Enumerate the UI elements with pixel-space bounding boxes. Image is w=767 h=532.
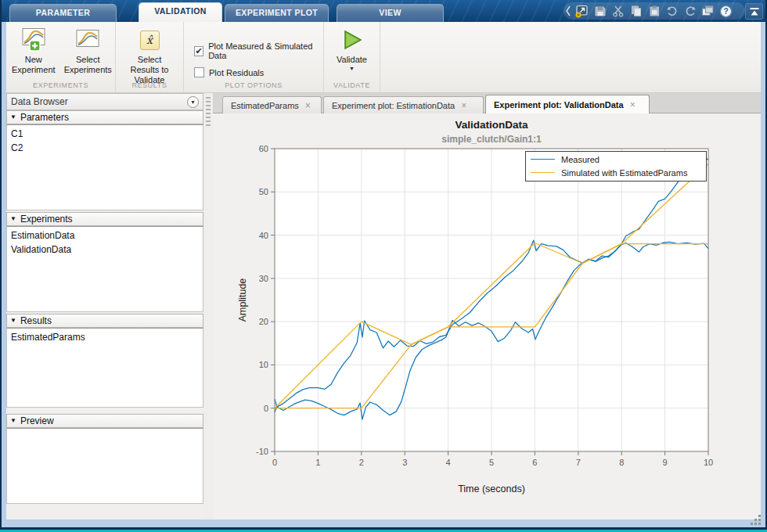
y-tick-label: 0	[264, 404, 268, 413]
legend-line-sample	[531, 159, 555, 160]
section-header-preview[interactable]: ▼Preview	[6, 414, 203, 428]
ribbon-toolbar: New ExperimentSelect ExperimentsEXPERIME…	[6, 22, 761, 93]
legend-label: Simulated with EstimatedParams	[561, 168, 687, 178]
list-item-estimationdata[interactable]: EstimationData	[7, 228, 203, 243]
checkbox-label: Plot Residuals	[209, 68, 264, 77]
checked-checkbox-icon[interactable]: ✔	[194, 46, 203, 56]
preview-list	[6, 428, 203, 504]
window-border-left	[0, 0, 2, 532]
document-tab-estimatedparams[interactable]: EstimatedParams×	[222, 96, 322, 113]
dropdown-caret-icon[interactable]: ▼	[349, 66, 355, 71]
section-label: Experiments	[20, 214, 73, 225]
undo-icon	[663, 3, 681, 19]
data-browser-header: Data Browser ▼	[6, 93, 203, 110]
unchecked-checkbox-icon[interactable]	[194, 67, 204, 77]
x-tick-label: 0	[272, 458, 277, 467]
panel-splitter[interactable]	[203, 93, 213, 519]
ribbon-tab-view[interactable]: VIEW	[337, 4, 444, 22]
chevron-left-icon[interactable]	[565, 5, 571, 17]
list-item-validationdata[interactable]: ValidationData	[7, 243, 203, 257]
toolbar-group-label: VALIDATE	[324, 81, 380, 92]
validate-button[interactable]: Validate▼	[324, 26, 380, 72]
plot-legend: MeasuredSimulated with EstimatedParams	[525, 151, 707, 182]
document-tab-experiment-plot-validationdata[interactable]: Experiment plot: ValidationData×	[485, 95, 650, 113]
y-tick-label: 40	[259, 231, 268, 240]
y-tick-label: 60	[259, 144, 268, 153]
toolbar-group-label: EXPERIMENTS	[6, 81, 115, 92]
section-label: Preview	[20, 415, 54, 426]
ribbon-tab-parameter-estimation[interactable]: PARAMETER ESTIMATION	[9, 4, 117, 22]
collapse-triangle-icon[interactable]: ▼	[10, 418, 16, 424]
window-resize-grip[interactable]	[750, 513, 762, 526]
redo-icon	[681, 3, 699, 19]
validate-icon	[340, 27, 364, 53]
ribbon-tab-experiment-plot[interactable]: EXPERIMENT PLOT	[225, 4, 329, 22]
document-tab-bar: EstimatedParams×Experiment plot: Estimat…	[213, 93, 761, 113]
document-tab-label: Experiment plot: EstimationData	[332, 101, 455, 110]
y-tick-label: 30	[259, 274, 268, 283]
minimize-ribbon-button[interactable]	[745, 3, 763, 20]
collapse-triangle-icon[interactable]: ▼	[10, 114, 16, 120]
collapse-ribbon-icon	[749, 7, 760, 16]
toolbar-group-label: PLOT OPTIONS	[184, 81, 323, 92]
select-results-to-validate-button[interactable]: x̂Select Results to Validate	[121, 26, 178, 86]
splitter-grab-handle[interactable]	[206, 97, 211, 127]
close-tab-icon[interactable]: ×	[461, 102, 466, 110]
section-header-results[interactable]: ▼Results	[6, 314, 203, 328]
paste-icon	[645, 3, 663, 19]
section-header-parameters[interactable]: ▼Parameters	[6, 110, 203, 124]
toolbar-group-results: x̂Select Results to ValidateRESULTS	[116, 22, 184, 92]
collapse-triangle-icon[interactable]: ▼	[10, 216, 16, 222]
select-experiments-icon	[74, 27, 101, 53]
section-header-experiments[interactable]: ▼Experiments	[6, 212, 203, 226]
document-tab-label: Experiment plot: ValidationData	[494, 100, 624, 110]
section-label: Results	[20, 315, 52, 326]
select-experiments-button[interactable]: Select Experiments	[61, 26, 116, 76]
close-tab-icon[interactable]: ×	[305, 102, 311, 110]
new-window-icon[interactable]	[573, 3, 591, 19]
x-tick-label: 5	[489, 458, 494, 467]
new-experiment-button[interactable]: New Experiment	[6, 26, 61, 76]
checkbox-plot-measured-simulated-data[interactable]: ✔Plot Measured & Simulated Data	[194, 41, 323, 60]
y-tick-label: 20	[259, 317, 268, 326]
parameters-list: C1C2	[6, 124, 203, 210]
x-tick-label: 8	[619, 458, 624, 467]
document-tab-experiment-plot-estimationdata[interactable]: Experiment plot: EstimationData×	[323, 96, 484, 113]
plot-title: ValidationData	[455, 119, 528, 131]
panel-menu-button[interactable]: ▼	[187, 96, 199, 108]
legend-label: Measured	[561, 155, 600, 164]
experiments-list: EstimationDataValidationData	[6, 226, 203, 312]
app-window: PARAMETER ESTIMATIONVALIDATIONEXPERIMENT…	[0, 0, 767, 532]
legend-line-sample	[531, 172, 555, 173]
save-icon	[591, 3, 609, 19]
help-icon[interactable]: ?	[717, 3, 735, 19]
toolbar-group-validate: Validate▼VALIDATE	[324, 22, 380, 92]
list-item-c1[interactable]: C1	[7, 127, 203, 141]
results-list: EstimatedParams	[6, 328, 203, 408]
window-layout-icon[interactable]	[699, 3, 717, 19]
y-tick-label: 10	[259, 360, 268, 369]
xhat-icon: x̂	[140, 27, 160, 53]
toolbar-group-label: RESULTS	[116, 81, 183, 92]
svg-text:?: ?	[723, 7, 728, 16]
legend-entry: Simulated with EstimatedParams	[531, 167, 701, 178]
checkbox-label: Plot Measured & Simulated Data	[208, 41, 323, 60]
copy-icon	[627, 3, 645, 19]
list-item-estimatedparams[interactable]: EstimatedParams	[7, 330, 203, 344]
new-experiment-icon	[20, 27, 47, 53]
y-tick-label: -10	[256, 447, 268, 456]
x-tick-label: 6	[532, 458, 537, 467]
ribbon-tab-validation[interactable]: VALIDATION	[139, 2, 222, 22]
checkbox-plot-residuals[interactable]: Plot Residuals	[194, 67, 323, 77]
x-tick-label: 9	[663, 458, 668, 467]
x-tick-label: 10	[704, 458, 713, 467]
legend-entry: Measured	[531, 153, 701, 165]
x-tick-label: 1	[315, 458, 320, 467]
list-item-c2[interactable]: C2	[7, 141, 203, 155]
close-tab-icon[interactable]: ×	[630, 101, 636, 109]
toolbar-button-label: Select Experiments	[62, 55, 115, 75]
document-tab-label: EstimatedParams	[231, 101, 299, 110]
collapse-triangle-icon[interactable]: ▼	[10, 318, 16, 324]
data-browser-title: Data Browser	[11, 96, 187, 107]
y-axis-label: Amplitude	[237, 279, 248, 322]
